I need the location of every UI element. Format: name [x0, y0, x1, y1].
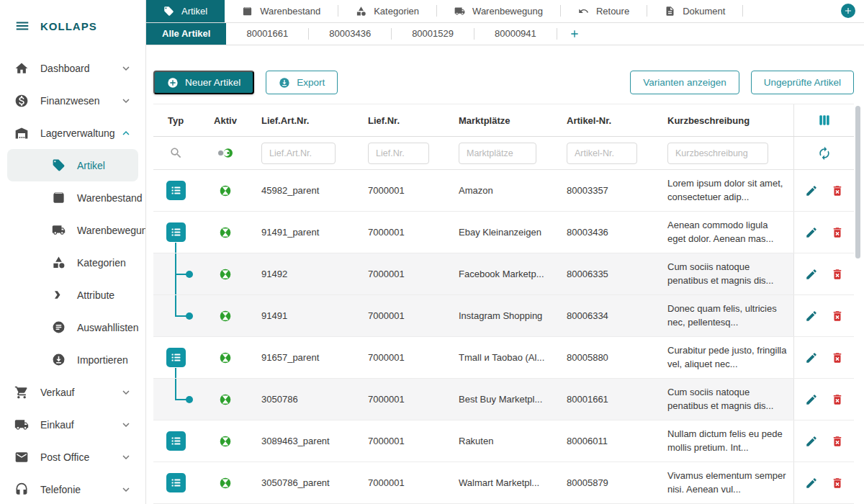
delete-trash-icon[interactable]: [831, 226, 844, 239]
cell-lief-art-nr: 91657_parent: [253, 337, 359, 378]
toggle-filter-icon[interactable]: [217, 148, 234, 158]
column-header-lief-nr: Lief.Nr.: [359, 104, 450, 136]
active-status-icon[interactable]: [220, 436, 231, 447]
filter-lief-nr-input[interactable]: [368, 143, 429, 164]
tab-article-80001529[interactable]: 80001529: [392, 23, 474, 45]
edit-pencil-icon[interactable]: [805, 477, 818, 490]
columns-icon[interactable]: [817, 113, 832, 127]
edit-pencil-icon[interactable]: [805, 268, 818, 281]
sidebar-item-finanzwesen[interactable]: Finanzwesen: [7, 84, 138, 117]
chevron-down-icon: [120, 386, 132, 399]
cell-artikel-nr: 80003436: [558, 212, 659, 253]
cart-icon: [14, 385, 29, 400]
tree-connector: [175, 379, 176, 400]
tree-node-dot: [186, 312, 193, 320]
tab-kategorien[interactable]: Kategorien: [338, 0, 436, 22]
sidebar-item-telefonie[interactable]: Telefonie: [7, 473, 138, 504]
delete-trash-icon[interactable]: [831, 435, 844, 448]
cell-lief-nr: 7000001: [359, 212, 450, 253]
sidebar-item-attribute[interactable]: Attribute: [7, 279, 138, 311]
cell-marktplatz: Tmall и Taobao (Al...: [450, 337, 558, 378]
sidebar-item-kategorien[interactable]: Kategorien: [7, 246, 138, 279]
sidebar: KOLLAPS Dashboard Finanzwesen Lagerverwa…: [0, 0, 146, 504]
edit-pencil-icon[interactable]: [805, 310, 818, 323]
show-variants-button[interactable]: Varianten anzeigen: [630, 71, 739, 94]
cell-kurzbeschreibung: Curabitur pede justo, fringilla vel, ali…: [667, 344, 793, 370]
delete-trash-icon[interactable]: [831, 477, 844, 490]
parent-list-icon[interactable]: [166, 222, 186, 242]
cell-lief-art-nr: 91492: [253, 253, 359, 294]
tab-warenbewegung[interactable]: Warenbewegung: [437, 0, 560, 22]
cell-artikel-nr: 80001661: [558, 379, 659, 420]
sidebar-item-artikel[interactable]: Artikel: [7, 149, 138, 181]
sidebar-item-dashboard[interactable]: Dashboard: [7, 52, 138, 84]
parent-list-icon[interactable]: [166, 473, 186, 492]
cell-lief-nr: 7000001: [359, 253, 450, 294]
edit-pencil-icon[interactable]: [805, 435, 818, 448]
tag-icon: [52, 158, 66, 172]
sidebar-item-auswahllisten[interactable]: Auswahllisten: [7, 311, 138, 343]
shapes-icon: [356, 6, 366, 17]
new-article-button[interactable]: Neuer Artikel: [153, 71, 254, 94]
menu-icon[interactable]: [14, 18, 30, 34]
shapes-icon: [52, 256, 66, 269]
add-tab-button[interactable]: [841, 4, 855, 18]
export-button[interactable]: Export: [266, 71, 338, 94]
sidebar-item-post-office[interactable]: Post Office: [7, 441, 138, 473]
filter-lief-art-nr-input[interactable]: [261, 143, 336, 164]
download-circle-icon: [279, 77, 290, 89]
parent-list-icon[interactable]: [166, 348, 186, 367]
box-icon: [52, 191, 66, 204]
tab-article-80003436[interactable]: 80003436: [309, 23, 391, 45]
cell-lief-nr: 7000001: [359, 337, 450, 378]
table-scrollbar[interactable]: [855, 106, 860, 258]
table-row: 3050786 7000001 Best Buy Marketpl... 800…: [153, 379, 854, 420]
delete-trash-icon[interactable]: [831, 393, 844, 406]
add-article-tab-button[interactable]: [569, 23, 580, 45]
tab-article-80001661[interactable]: 80001661: [226, 23, 308, 45]
sidebar-item-einkauf[interactable]: Einkauf: [7, 408, 138, 441]
delete-trash-icon[interactable]: [831, 268, 844, 281]
active-status-icon[interactable]: [220, 310, 231, 322]
active-status-icon[interactable]: [220, 269, 231, 280]
active-status-icon[interactable]: [220, 394, 231, 405]
parent-list-icon[interactable]: [166, 431, 186, 451]
sidebar-item-warenbestand[interactable]: Warenbestand: [7, 181, 138, 214]
refresh-icon[interactable]: [817, 146, 832, 161]
parent-list-icon[interactable]: [166, 181, 186, 200]
edit-pencil-icon[interactable]: [805, 226, 818, 239]
cell-marktplatz: Ebay Kleinanzeigen: [450, 212, 558, 253]
active-status-icon[interactable]: [220, 227, 231, 238]
active-status-icon[interactable]: [220, 352, 231, 364]
sidebar-item-importieren[interactable]: Importieren: [7, 343, 138, 376]
sidebar-item-lagerverwaltung[interactable]: Lagerverwaltung: [7, 117, 138, 149]
edit-pencil-icon[interactable]: [805, 351, 818, 364]
tab-retoure[interactable]: Retoure: [561, 0, 647, 22]
tab-alle-artikel[interactable]: Alle Artikel: [146, 23, 226, 45]
active-status-icon[interactable]: [220, 185, 231, 197]
tab-artikel[interactable]: Artikel: [146, 0, 225, 22]
edit-pencil-icon[interactable]: [805, 393, 818, 406]
box-icon: [242, 6, 253, 17]
unchecked-articles-button[interactable]: Ungeprüfte Artikel: [751, 71, 854, 94]
delete-trash-icon[interactable]: [831, 310, 844, 323]
search-icon[interactable]: [169, 146, 183, 160]
cell-lief-nr: 7000001: [359, 420, 450, 462]
return-icon: [578, 6, 589, 17]
cell-artikel-nr: 80005880: [558, 337, 659, 378]
sidebar-item-verkauf[interactable]: Verkauf: [7, 376, 138, 408]
edit-pencil-icon[interactable]: [805, 184, 818, 197]
filter-kurzbeschreibung-input[interactable]: [667, 143, 768, 164]
table-row: 3089463_parent 7000001 Rakuten 80006011 …: [153, 420, 854, 462]
sidebar-item-warenbewegung[interactable]: Warenbewegung: [7, 214, 138, 246]
table-row: 91657_parent 7000001 Tmall и Taobao (Al.…: [153, 337, 854, 379]
tab-article-80000941[interactable]: 80000941: [474, 23, 557, 45]
tab-warenbestand[interactable]: Warenbestand: [225, 0, 338, 22]
filter-artikel-nr-input[interactable]: [567, 143, 637, 164]
active-status-icon[interactable]: [220, 477, 231, 489]
delete-trash-icon[interactable]: [831, 351, 844, 364]
tab-dokument[interactable]: Dokument: [647, 0, 742, 22]
delete-trash-icon[interactable]: [831, 184, 844, 197]
filter-marktplaetze-input[interactable]: [459, 143, 536, 164]
mail-icon: [14, 450, 29, 464]
